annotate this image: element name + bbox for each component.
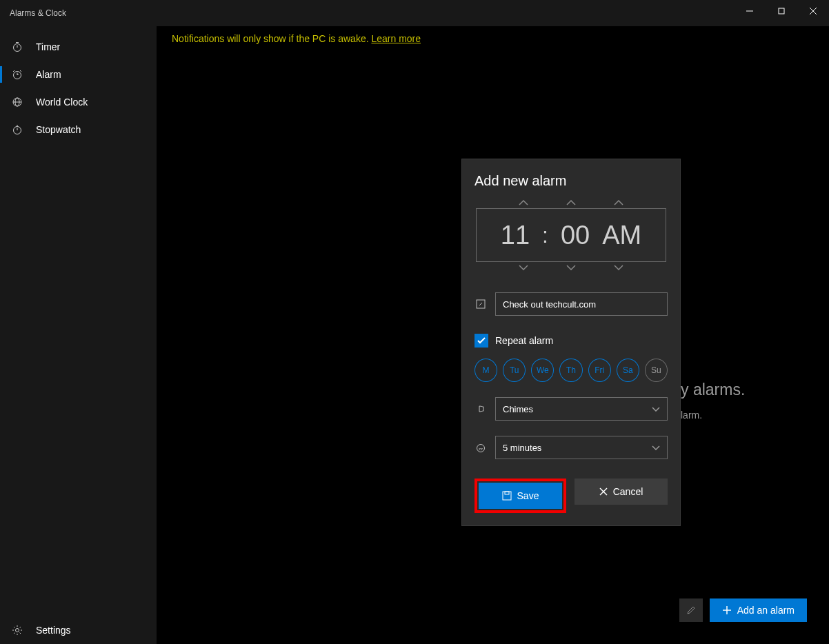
- svg-line-10: [13, 70, 14, 72]
- edit-alarms-button[interactable]: [679, 598, 703, 622]
- sound-value: Chimes: [503, 404, 533, 414]
- day-wednesday[interactable]: We: [531, 359, 554, 382]
- sound-icon: [475, 403, 487, 414]
- sound-select[interactable]: Chimes: [495, 397, 668, 421]
- main-content: Notifications will only show if the PC i…: [157, 26, 829, 644]
- svg-point-18: [16, 629, 19, 632]
- repeat-alarm-checkbox[interactable]: [475, 334, 488, 348]
- save-icon: [502, 491, 512, 501]
- close-button[interactable]: [797, 0, 829, 22]
- edit-icon: [475, 299, 487, 310]
- add-alarm-label: Add an alarm: [737, 605, 795, 616]
- window-controls: [734, 0, 829, 22]
- sidebar-item-label: Stopwatch: [36, 124, 81, 135]
- cancel-button[interactable]: Cancel: [575, 479, 668, 505]
- day-sunday[interactable]: Su: [645, 359, 668, 382]
- day-tuesday[interactable]: Tu: [503, 359, 526, 382]
- sidebar-item-label: Alarm: [36, 69, 61, 80]
- svg-line-11: [20, 70, 21, 72]
- pencil-icon: [686, 605, 697, 616]
- sidebar-item-settings[interactable]: Settings: [0, 616, 157, 644]
- svg-rect-22: [503, 492, 511, 500]
- time-separator: :: [542, 223, 548, 248]
- learn-more-link[interactable]: Learn more: [371, 33, 421, 44]
- hour-value: 11: [501, 221, 530, 250]
- time-picker[interactable]: 11 : 00 AM: [476, 208, 666, 262]
- hour-down-button[interactable]: [519, 265, 528, 270]
- empty-subtext-partial: larm.: [681, 410, 702, 421]
- chevron-down-icon: [652, 445, 660, 450]
- sidebar-item-label: Settings: [36, 625, 71, 636]
- hour-up-button[interactable]: [519, 200, 528, 205]
- day-saturday[interactable]: Sa: [617, 359, 639, 382]
- save-highlight: Save: [475, 479, 566, 513]
- time-picker-up-row: [475, 197, 668, 208]
- cancel-label: Cancel: [613, 486, 643, 497]
- minute-down-button[interactable]: [566, 265, 576, 270]
- chevron-down-icon: [652, 407, 660, 412]
- day-thursday[interactable]: Th: [559, 359, 582, 382]
- sidebar-item-alarm[interactable]: Alarm: [0, 61, 157, 88]
- minute-value: 00: [561, 221, 590, 250]
- bottom-actions: Add an alarm: [679, 598, 807, 622]
- sidebar: Timer Alarm World Clock Stopwatch Settin…: [0, 26, 157, 644]
- dialog-title: Add new alarm: [475, 173, 668, 189]
- world-clock-icon: [11, 97, 23, 108]
- add-alarm-dialog: Add new alarm 11 : 00 AM: [461, 159, 681, 526]
- stopwatch-icon: [11, 124, 23, 135]
- empty-headline-partial: y alarms.: [681, 381, 745, 399]
- sidebar-item-stopwatch[interactable]: Stopwatch: [0, 116, 157, 143]
- ampm-down-button[interactable]: [614, 265, 623, 270]
- minimize-button[interactable]: [734, 0, 766, 22]
- svg-rect-1: [779, 8, 784, 14]
- svg-text:zz: zz: [479, 447, 483, 451]
- timer-icon: [11, 41, 23, 52]
- notification-text: Notifications will only show if the PC i…: [172, 33, 371, 44]
- app-title: Alarms & Clock: [0, 8, 66, 18]
- gear-icon: [11, 625, 23, 636]
- days-row: M Tu We Th Fri Sa Su: [475, 359, 668, 382]
- titlebar: Alarms & Clock: [0, 0, 829, 26]
- ampm-up-button[interactable]: [614, 200, 623, 205]
- save-button[interactable]: Save: [479, 483, 562, 509]
- ampm-value: AM: [602, 221, 641, 250]
- time-picker-down-row: [475, 262, 668, 273]
- sidebar-item-label: World Clock: [36, 97, 88, 108]
- alarm-name-input[interactable]: [495, 292, 668, 316]
- sidebar-item-world-clock[interactable]: World Clock: [0, 88, 157, 116]
- minute-up-button[interactable]: [566, 200, 576, 205]
- add-alarm-button[interactable]: Add an alarm: [710, 598, 807, 622]
- snooze-select[interactable]: 5 minutes: [495, 436, 668, 459]
- plus-icon: [722, 605, 732, 615]
- notification-bar: Notifications will only show if the PC i…: [157, 26, 829, 44]
- sidebar-item-label: Timer: [36, 41, 60, 52]
- snooze-icon: zz: [475, 442, 487, 453]
- day-friday[interactable]: Fri: [588, 359, 611, 382]
- alarm-icon: [11, 69, 23, 80]
- day-monday[interactable]: M: [475, 359, 497, 382]
- maximize-button[interactable]: [766, 0, 797, 22]
- save-label: Save: [517, 490, 539, 501]
- repeat-alarm-label: Repeat alarm: [495, 335, 553, 346]
- svg-rect-23: [505, 492, 509, 494]
- snooze-value: 5 minutes: [503, 443, 541, 453]
- sidebar-item-timer[interactable]: Timer: [0, 33, 157, 61]
- close-icon: [599, 487, 608, 496]
